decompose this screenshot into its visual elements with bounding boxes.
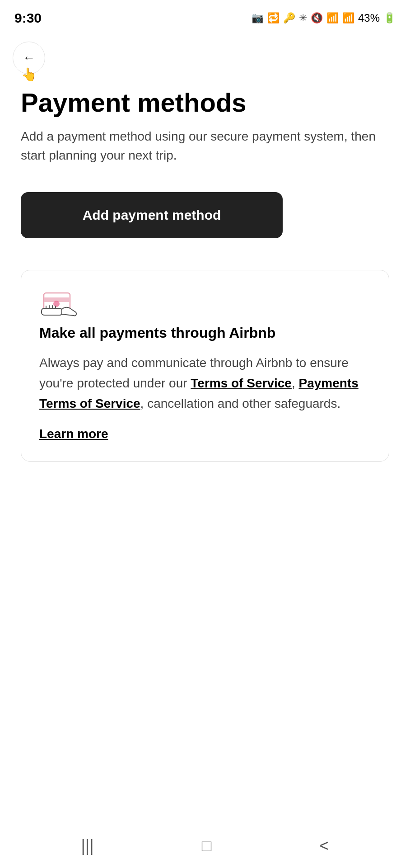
sim-icon: 🔁 [267,12,280,24]
add-payment-button[interactable]: Add payment method [21,192,283,238]
back-arrow-icon: ← [23,51,35,65]
recent-apps-button[interactable]: ||| [68,832,107,860]
svg-point-2 [53,301,60,307]
bluetooth-icon: ✳ [299,12,307,24]
camera-icon: 📷 [252,12,264,24]
key-icon: 🔑 [283,12,295,24]
bottom-nav: ||| □ < [0,823,410,868]
home-button[interactable]: □ [188,832,225,860]
status-icons: 📷 🔁 🔑 ✳ 🔇 📶 📶 43% 🔋 [252,12,396,24]
page-subtitle: Add a payment method using our secure pa… [21,127,389,165]
battery-icon: 🔋 [383,12,396,24]
cursor-hand-icon: 👆 [21,67,37,82]
info-card: Make all payments through Airbnb Always … [21,270,389,462]
card-separator: , [292,376,299,390]
wifi-icon: 📶 [326,12,339,24]
payment-hand-icon [39,289,371,324]
mute-icon: 🔇 [311,12,323,24]
signal-icon: 📶 [342,12,354,24]
terms-of-service-link[interactable]: Terms of Service [191,376,292,390]
card-body: Always pay and communicate through Airbn… [39,353,371,414]
status-time: 9:30 [14,10,42,26]
back-btn-container: ← 👆 [0,33,410,79]
learn-more-link[interactable]: Learn more [39,427,108,441]
card-title: Make all payments through Airbnb [39,324,371,343]
system-back-button[interactable]: < [306,832,342,860]
page-title: Payment methods [21,88,389,118]
card-body-suffix: , cancellation and other safeguards. [140,396,341,410]
back-button[interactable]: ← 👆 [13,42,45,74]
status-bar: 9:30 📷 🔁 🔑 ✳ 🔇 📶 📶 43% 🔋 [0,0,410,33]
main-content: Payment methods Add a payment method usi… [0,79,410,823]
battery-text: 43% [358,12,380,24]
